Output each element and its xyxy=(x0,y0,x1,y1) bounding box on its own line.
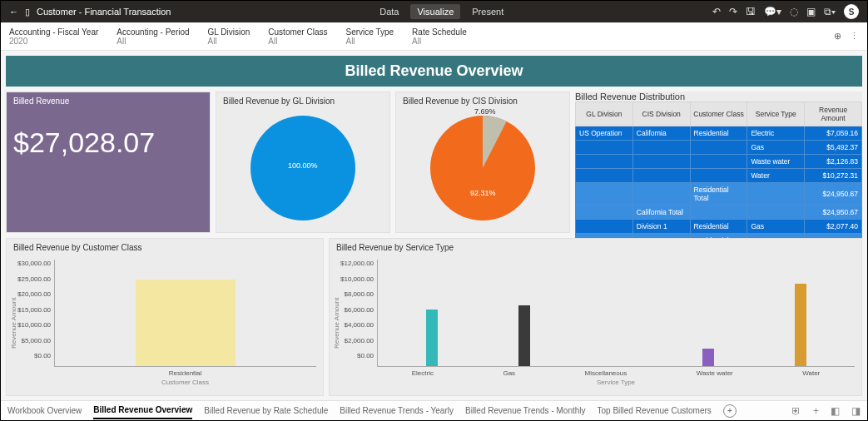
bar-electric[interactable] xyxy=(426,310,438,366)
kpi-billed-revenue: Billed Revenue $27,028.07 xyxy=(6,92,211,233)
top-bar: ← ▯ Customer - Financial Transaction Dat… xyxy=(1,1,867,22)
distribution-table-card: Billed Revenue Distribution GL DivisionC… xyxy=(575,92,862,233)
pie-cis-label2: 92.31% xyxy=(470,189,496,197)
col-header[interactable]: Customer Class xyxy=(690,102,747,126)
chart-bar-service-type: Billed Revenue by Service Type Revenue A… xyxy=(329,238,862,396)
x-tick: Waste water xyxy=(697,369,733,377)
bar-water[interactable] xyxy=(795,284,806,366)
tab-top-billed-revenue-customers[interactable]: Top Billed Revenue Customers xyxy=(598,403,712,419)
y-tick: $0.00 xyxy=(17,352,51,359)
table-row[interactable]: California Total$24,950.67 xyxy=(576,206,862,220)
tab-billed-revenue-trends-yearly[interactable]: Billed Revenue Trends - Yearly xyxy=(340,403,454,419)
x-axis-label: Service Type xyxy=(377,377,855,386)
table-row[interactable]: Waste water$2,126.83 xyxy=(576,155,862,169)
layout2-icon[interactable]: ◨ xyxy=(851,405,861,417)
undo-icon[interactable]: ↶ xyxy=(712,6,721,17)
x-tick: Gas xyxy=(503,369,515,377)
content: Billed Revenue Overview Billed Revenue $… xyxy=(1,51,867,400)
chart-title: Billed Revenue by GL Division xyxy=(216,92,389,110)
y-tick: $12,000.00 xyxy=(340,260,374,267)
layout1-icon[interactable]: ◧ xyxy=(831,405,840,417)
col-header[interactable]: CIS Division xyxy=(632,102,690,126)
y-tick: $5,000.00 xyxy=(17,337,51,344)
pie-cis-svg xyxy=(424,110,541,226)
tab-billed-revenue-overview[interactable]: Billed Revenue Overview xyxy=(93,402,192,419)
y-tick: $25,000.00 xyxy=(17,275,51,283)
sheet-tabs: Workbook OverviewBilled Revenue Overview… xyxy=(1,400,867,420)
back-icon[interactable]: ← xyxy=(9,7,18,17)
filter-accounting-period[interactable]: Accounting - PeriodAll xyxy=(117,24,189,48)
x-tick: Miscellaneous xyxy=(585,369,627,377)
y-tick: $10,000.00 xyxy=(340,275,374,283)
filter-service-type[interactable]: Service TypeAll xyxy=(345,24,394,48)
banner-title: Billed Revenue Overview xyxy=(6,56,862,87)
kpi-title: Billed Revenue xyxy=(7,92,210,110)
chart-bar-customer-class: Billed Revenue by Customer Class Revenue… xyxy=(6,238,324,396)
bookmark-icon[interactable]: ▯ xyxy=(25,7,30,17)
y-tick: $0.00 xyxy=(340,352,374,359)
table-row[interactable]: Water$10,272.31 xyxy=(576,169,862,183)
col-header[interactable]: GL Division xyxy=(576,102,633,126)
table-row[interactable]: Residential Total$24,950.67 xyxy=(576,183,862,206)
mode-present[interactable]: Present xyxy=(465,4,510,19)
x-axis-label: Customer Class xyxy=(54,377,316,386)
filter-customer-class[interactable]: Customer ClassAll xyxy=(268,24,327,48)
bar-residential[interactable] xyxy=(136,280,236,367)
col-header[interactable]: Revenue Amount xyxy=(805,102,862,126)
bar-waste-water[interactable] xyxy=(702,349,714,366)
more-icon[interactable]: ⋮ xyxy=(850,31,859,42)
y-axis-label: Revenue Amount xyxy=(10,260,17,386)
y-tick: $4,000.00 xyxy=(340,321,374,329)
filter-gl-division[interactable]: GL DivisionAll xyxy=(208,24,250,48)
table-row[interactable]: Division 1ResidentialGas$2,077.40 xyxy=(576,220,862,234)
globe-icon[interactable]: ⊕ xyxy=(834,31,841,42)
y-tick: $10,000.00 xyxy=(17,321,51,329)
redo-icon[interactable]: ↷ xyxy=(729,6,737,17)
add-sheet-button[interactable]: + xyxy=(723,404,737,418)
y-tick: $8,000.00 xyxy=(340,290,374,298)
y-tick: $2,000.00 xyxy=(340,337,374,344)
pie-gl-label: 100.00% xyxy=(288,161,318,170)
mode-data[interactable]: Data xyxy=(373,4,405,19)
table-row[interactable]: Gas$5,492.37 xyxy=(576,141,862,155)
chart-title: Billed Revenue by Customer Class xyxy=(7,239,323,256)
x-tick: Residential xyxy=(169,369,202,377)
y-tick: $30,000.00 xyxy=(17,260,51,267)
x-tick: Water xyxy=(802,369,820,377)
filter-rate-schedule[interactable]: Rate ScheduleAll xyxy=(412,24,467,48)
pie-cis-label1: 7.69% xyxy=(474,107,496,116)
mode-switch: DataVisualizePresent xyxy=(171,4,712,19)
export-icon[interactable]: ▣ xyxy=(806,6,816,17)
filter-accounting-fiscal-year[interactable]: Accounting - Fiscal Year2020 xyxy=(9,24,98,48)
menu-icon[interactable]: ⧉▾ xyxy=(824,6,836,17)
table-row[interactable]: US OperationCaliforniaResidentialElectri… xyxy=(576,126,862,141)
filter-bar: Accounting - Fiscal Year2020Accounting -… xyxy=(1,22,867,51)
save-icon[interactable]: 🖫 xyxy=(746,6,756,17)
shield-icon[interactable]: ⛨ xyxy=(791,405,801,417)
chart-pie-gl-division: Billed Revenue by GL Division 100.00% xyxy=(216,92,390,233)
y-axis-label: Revenue Amount xyxy=(333,260,340,386)
x-tick: Electric xyxy=(412,369,434,377)
comment-icon[interactable]: 💬▾ xyxy=(764,6,781,17)
avatar[interactable]: S xyxy=(844,4,859,19)
y-tick: $6,000.00 xyxy=(340,306,374,314)
chart-title: Billed Revenue by Service Type xyxy=(330,239,861,256)
col-header[interactable]: Service Type xyxy=(747,102,805,126)
bar-gas[interactable] xyxy=(518,305,530,366)
chart-pie-cis-division: Billed Revenue by CIS Division 7.69% 92.… xyxy=(395,92,570,233)
tab-workbook-overview[interactable]: Workbook Overview xyxy=(7,403,82,419)
page-title: Customer - Financial Transaction xyxy=(37,7,171,17)
y-tick: $20,000.00 xyxy=(17,290,51,298)
lightbulb-icon[interactable]: ◌ xyxy=(790,6,798,17)
tab-billed-revenue-trends-monthly[interactable]: Billed Revenue Trends - Monthly xyxy=(465,403,586,419)
mode-visualize[interactable]: Visualize xyxy=(410,4,460,19)
tab-billed-revenue-by-rate-schedule[interactable]: Billed Revenue by Rate Schedule xyxy=(204,403,328,419)
plus-small-icon[interactable]: + xyxy=(813,405,819,417)
table-title: Billed Revenue Distribution xyxy=(575,92,862,102)
kpi-value: $27,028.07 xyxy=(7,110,210,176)
y-tick: $15,000.00 xyxy=(17,306,51,314)
